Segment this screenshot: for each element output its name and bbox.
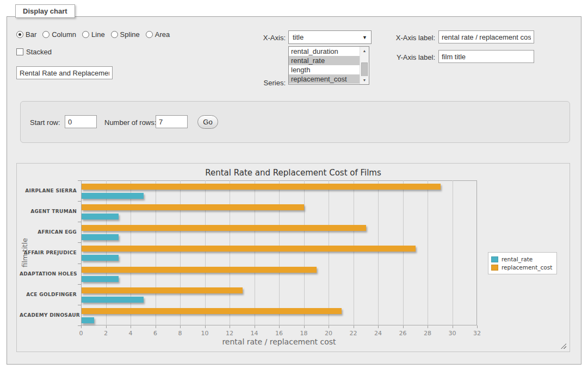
- gridline: [428, 180, 428, 325]
- num-rows-input[interactable]: [156, 115, 188, 128]
- radio-icon[interactable]: [82, 31, 89, 38]
- gridline: [106, 180, 107, 325]
- radio-icon[interactable]: [16, 31, 23, 38]
- x-tick-label: 22: [345, 330, 362, 337]
- x-tick-label: 2: [98, 330, 114, 337]
- radio-icon[interactable]: [42, 31, 49, 38]
- y-tick-mark: [78, 305, 81, 305]
- stacked-checkbox-row[interactable]: Stacked: [16, 48, 52, 56]
- x-tick-label: 14: [246, 330, 263, 337]
- x-tick-mark: [453, 325, 453, 328]
- bar-replacement_cost: [82, 184, 441, 190]
- category-label: AGENT TRUMAN: [20, 209, 77, 214]
- x-tick-mark: [403, 325, 404, 328]
- chevron-down-icon: ▼: [362, 35, 367, 40]
- x-axis-select[interactable]: title ▼: [288, 30, 372, 44]
- x-tick-mark: [279, 325, 280, 328]
- scrollbar-thumb[interactable]: [361, 62, 368, 77]
- x-tick-label: 12: [221, 330, 238, 337]
- category-label: ACE GOLDFINGER: [20, 292, 77, 297]
- gridline: [403, 180, 404, 325]
- chart-legend: rental_ratereplacement_cost: [488, 252, 557, 274]
- x-tick-mark: [205, 325, 206, 328]
- bar-replacement_cost: [82, 267, 317, 273]
- page: Display chart BarColumnLineSplineArea St…: [0, 0, 588, 370]
- x-axis-caption: X-Axis:: [228, 34, 286, 42]
- x-tick-label: 8: [172, 330, 188, 337]
- bar-rental_rate: [82, 255, 119, 261]
- chart-type-option-spline[interactable]: Spline: [111, 30, 140, 39]
- listbox-scrollbar[interactable]: ▲ ▼: [360, 47, 369, 84]
- panel-legend: Display chart: [15, 4, 75, 18]
- gridline: [180, 180, 181, 325]
- radio-icon[interactable]: [146, 31, 153, 38]
- go-button[interactable]: Go: [197, 115, 218, 129]
- x-tick-mark: [180, 325, 181, 328]
- series-option-rental_duration[interactable]: rental_duration: [289, 47, 369, 56]
- y-tick-mark: [78, 325, 81, 326]
- series-option-length[interactable]: length: [289, 65, 369, 74]
- series-caption: Series:: [228, 79, 286, 87]
- category-label: ADAPTATION HOLES: [20, 271, 77, 277]
- gridline: [453, 180, 453, 325]
- bar-replacement_cost: [82, 308, 342, 314]
- x-tick-label: 0: [73, 330, 89, 337]
- x-tick-label: 20: [320, 330, 337, 337]
- radio-label: Spline: [120, 30, 140, 39]
- gridline: [131, 180, 131, 325]
- legend-swatch: [491, 265, 498, 271]
- x-tick-mark: [354, 325, 354, 328]
- category-label: AFFAIR PREJUDICE: [20, 250, 77, 255]
- radio-label: Bar: [26, 30, 36, 39]
- y-axis-label-caption: Y-Axis label:: [378, 53, 435, 61]
- x-tick-label: 24: [370, 330, 386, 337]
- start-row-label: Start row:: [30, 118, 60, 127]
- bar-rental_rate: [82, 193, 144, 199]
- start-row-input[interactable]: [65, 115, 97, 128]
- x-tick-label: 28: [419, 330, 436, 337]
- bar-replacement_cost: [82, 225, 366, 231]
- x-axis-label-input[interactable]: [438, 30, 534, 43]
- gridline: [230, 180, 230, 325]
- chart-type-option-column[interactable]: Column: [42, 30, 76, 39]
- bar-replacement_cost: [82, 204, 304, 210]
- stacked-label: Stacked: [26, 48, 52, 56]
- radio-icon[interactable]: [111, 31, 118, 38]
- bar-rental_rate: [82, 214, 119, 220]
- bar-replacement_cost: [82, 246, 416, 252]
- bar-rental_rate: [82, 317, 94, 323]
- chart-type-option-area[interactable]: Area: [146, 30, 170, 39]
- resize-grip-icon[interactable]: [561, 343, 566, 349]
- x-axis-label-caption: X-Axis label:: [378, 34, 435, 42]
- x-tick-label: 4: [122, 330, 139, 337]
- x-tick-mark: [378, 325, 379, 328]
- series-options: rental_durationrental_ratelengthreplacem…: [289, 47, 369, 84]
- chart-type-option-line[interactable]: Line: [82, 30, 105, 39]
- legend-swatch: [491, 256, 498, 262]
- y-axis-label-input[interactable]: [438, 50, 534, 63]
- radio-label: Line: [91, 30, 105, 39]
- legend-item: replacement_cost: [491, 264, 552, 271]
- row-range-panel: [20, 101, 570, 143]
- series-listbox[interactable]: rental_durationrental_ratelengthreplacem…: [288, 46, 369, 85]
- x-tick-mark: [81, 325, 82, 328]
- gridline: [378, 180, 379, 325]
- bar-rental_rate: [82, 234, 119, 240]
- scroll-up-icon[interactable]: ▲: [360, 47, 369, 55]
- y-tick-mark: [78, 284, 81, 285]
- stacked-checkbox[interactable]: [16, 48, 23, 55]
- chart-type-option-bar[interactable]: Bar: [16, 30, 36, 39]
- series-option-rental_rate[interactable]: rental_rate: [289, 56, 369, 65]
- scroll-down-icon[interactable]: ▼: [360, 76, 369, 84]
- x-tick-mark: [156, 325, 156, 328]
- legend-label: replacement_cost: [502, 264, 552, 271]
- chart-type-radio-group: BarColumnLineSplineArea: [16, 30, 170, 39]
- legend-item: rental_rate: [491, 256, 552, 262]
- y-tick-mark: [78, 264, 81, 264]
- chart-title-input[interactable]: [16, 66, 113, 79]
- bar-replacement_cost: [82, 287, 243, 293]
- x-tick-label: 10: [197, 330, 213, 337]
- series-option-replacement_cost[interactable]: replacement_cost: [289, 74, 369, 84]
- x-tick-mark: [329, 325, 329, 328]
- x-tick-mark: [106, 325, 107, 328]
